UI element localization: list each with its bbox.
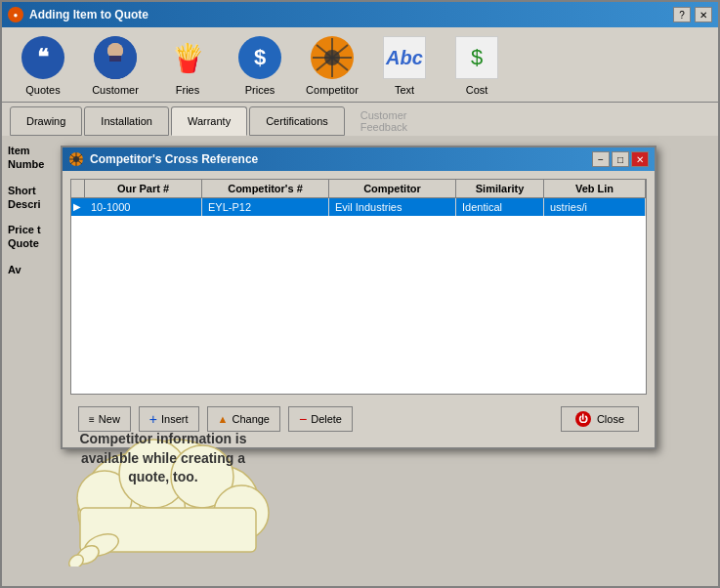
table-row[interactable]: ▶ 10-1000 EYL-P12 Evil Industries Identi… xyxy=(71,198,646,216)
customer-icon xyxy=(91,33,140,82)
col-web-link: Veb Lin xyxy=(544,180,646,197)
toolbar-item-fries[interactable]: 🍟 Fries xyxy=(156,33,219,96)
help-button[interactable]: ? xyxy=(673,7,691,22)
dialog-overlay: Competitor's Cross Reference − □ ✕ xyxy=(2,136,718,586)
toolbar-label-cost: Cost xyxy=(466,84,488,96)
dialog-restore-button[interactable]: □ xyxy=(612,151,629,167)
toolbar-item-competitor[interactable]: Competitor xyxy=(301,33,363,96)
tab-warranty[interactable]: Warranty xyxy=(171,106,247,136)
text-icon: Abc xyxy=(380,33,429,82)
toolbar-label-customer: Customer xyxy=(92,84,139,96)
tab-drawing[interactable]: Drawing xyxy=(10,106,82,136)
cloud-bubble: Competitor information is available whil… xyxy=(51,400,275,557)
col-our-part: Our Part # xyxy=(85,180,202,197)
toolbar-label-prices: Prices xyxy=(245,84,275,96)
minus-icon: − xyxy=(299,411,307,427)
dialog-close-button[interactable]: ✕ xyxy=(631,151,649,167)
cell-similarity: Identical xyxy=(456,198,544,216)
col-competitor-num: Competitor's # xyxy=(202,180,329,197)
close-footer-button[interactable]: ⏻ Close xyxy=(561,406,639,432)
toolbar-item-quotes[interactable]: ❝ Quotes xyxy=(12,33,74,96)
toolbar: ❝ Quotes Customer xyxy=(2,27,718,103)
dialog-title: Competitor's Cross Reference xyxy=(90,152,258,166)
app-icon: ● xyxy=(8,7,23,22)
delete-button[interactable]: − Delete xyxy=(288,406,353,432)
toolbar-label-quotes: Quotes xyxy=(25,84,60,96)
toolbar-label-fries: Fries xyxy=(176,84,199,96)
title-bar-controls: ? ✕ xyxy=(673,7,712,22)
cloud-bubble-text: Competitor information is available whil… xyxy=(70,430,256,487)
dialog-title-bar: Competitor's Cross Reference − □ ✕ xyxy=(63,147,655,171)
toolbar-label-text: Text xyxy=(395,84,414,96)
cost-icon: $ xyxy=(452,33,501,82)
dialog-title-icon xyxy=(68,151,84,167)
tab-bar: Drawing Installation Warranty Certificat… xyxy=(2,103,718,136)
tab-customer-feedback: CustomerFeedback xyxy=(353,106,415,136)
table-body: ▶ 10-1000 EYL-P12 Evil Industries Identi… xyxy=(71,198,646,394)
toolbar-item-cost[interactable]: $ Cost xyxy=(445,33,508,96)
fries-icon: 🍟 xyxy=(163,33,212,82)
dialog-title-left: Competitor's Cross Reference xyxy=(68,151,258,167)
cell-competitor: Evil Industries xyxy=(329,198,456,216)
window-title: Adding Item to Quote xyxy=(29,8,148,21)
dialog-minimize-button[interactable]: − xyxy=(592,151,610,167)
content-area: ItemNumbe ShortDescri Price tQuote Av xyxy=(2,136,718,586)
svg-rect-3 xyxy=(103,63,128,79)
dialog-controls: − □ ✕ xyxy=(592,151,649,167)
table-container: Our Part # Competitor's # Competitor Sim… xyxy=(70,179,647,395)
toolbar-item-prices[interactable]: $ Prices xyxy=(229,33,291,96)
cell-our-part: 10-1000 xyxy=(85,198,202,216)
competitor-icon xyxy=(308,33,357,82)
toolbar-item-text[interactable]: Abc Text xyxy=(373,33,436,96)
cell-competitor-num: EYL-P12 xyxy=(202,198,329,216)
col-similarity: Similarity xyxy=(456,180,544,197)
svg-rect-5 xyxy=(109,56,121,62)
title-bar: ● Adding Item to Quote ? ✕ xyxy=(2,2,718,27)
quotes-icon: ❝ xyxy=(19,33,67,82)
tab-certifications[interactable]: Certifications xyxy=(249,106,345,136)
table-header: Our Part # Competitor's # Competitor Sim… xyxy=(71,180,646,198)
col-competitor: Competitor xyxy=(329,180,456,197)
prices-icon: $ xyxy=(235,33,284,82)
cell-web-link: ustries/i xyxy=(544,198,646,216)
toolbar-item-customer[interactable]: Customer xyxy=(84,33,147,96)
row-indicator: ▶ xyxy=(71,198,85,216)
main-window: ● Adding Item to Quote ? ✕ ❝ Quotes xyxy=(0,0,720,588)
close-button[interactable]: ✕ xyxy=(695,7,712,22)
tab-installation[interactable]: Installation xyxy=(84,106,169,136)
toolbar-label-competitor: Competitor xyxy=(306,84,359,96)
title-bar-left: ● Adding Item to Quote xyxy=(8,7,148,22)
close-footer-icon: ⏻ xyxy=(575,411,591,427)
